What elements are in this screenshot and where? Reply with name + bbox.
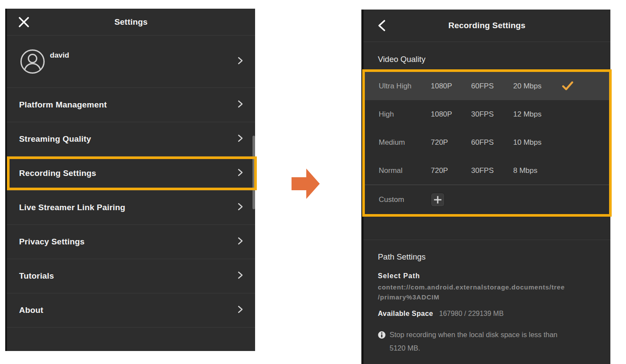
chevron-left-icon bbox=[377, 20, 387, 32]
avatar bbox=[20, 49, 45, 76]
chevron-right-icon bbox=[235, 56, 245, 67]
path-settings-section: Path Settings Select Path content://com.… bbox=[364, 240, 610, 364]
quality-resolution: 720P bbox=[431, 138, 471, 147]
quality-row-ultra-high[interactable]: Ultra High 1080P 60FPS 20 Mbps bbox=[365, 72, 609, 100]
quality-bitrate: 12 Mbps bbox=[513, 110, 562, 119]
available-space-value: 167980 / 229139 MB bbox=[439, 310, 504, 318]
menu-item-label: Privacy Settings bbox=[7, 237, 85, 247]
chevron-right-icon bbox=[235, 168, 245, 179]
recording-settings-panel: Recording Settings Video Quality Ultra H… bbox=[361, 10, 610, 364]
chevron-right-icon bbox=[235, 270, 245, 282]
plus-icon bbox=[433, 195, 442, 205]
settings-panel: Settings david Platform Management bbox=[5, 9, 255, 351]
recording-settings-header: Recording Settings bbox=[364, 10, 610, 42]
available-space-row: Available Space 167980 / 229139 MB bbox=[378, 310, 599, 318]
disk-space-note: Stop recording when the local disk space… bbox=[378, 328, 599, 355]
chevron-right-icon bbox=[235, 305, 245, 316]
back-button[interactable] bbox=[376, 19, 388, 32]
note-line-2: 5120 MB. bbox=[390, 341, 557, 355]
quality-row-normal[interactable]: Normal 720P 30FPS 8 Mbps bbox=[365, 156, 609, 185]
quality-bitrate: 10 Mbps bbox=[513, 138, 562, 147]
note-text: Stop recording when the local disk space… bbox=[390, 328, 557, 355]
menu-item-label: Tutorials bbox=[7, 271, 54, 281]
video-quality-table: Ultra High 1080P 60FPS 20 Mbps High 1080… bbox=[362, 69, 612, 217]
chevron-right-icon bbox=[235, 202, 245, 213]
menu-item-streaming-quality[interactable]: Streaming Quality bbox=[7, 122, 255, 156]
menu-item-label: Live Streamer Link Pairing bbox=[7, 203, 125, 212]
flow-arrow-icon bbox=[292, 168, 320, 199]
available-space-label: Available Space bbox=[378, 310, 433, 318]
menu-item-label: Recording Settings bbox=[7, 169, 96, 178]
chevron-right-icon bbox=[235, 99, 245, 110]
quality-bitrate: 20 Mbps bbox=[513, 82, 562, 91]
menu-item-tutorials[interactable]: Tutorials bbox=[7, 259, 255, 293]
menu-item-label: About bbox=[7, 306, 43, 315]
quality-resolution: 720P bbox=[431, 166, 471, 175]
scrollbar-thumb[interactable] bbox=[252, 136, 255, 209]
menu-item-privacy-settings[interactable]: Privacy Settings bbox=[7, 225, 255, 259]
screenshot-canvas: Settings david Platform Management bbox=[0, 0, 626, 364]
menu-item-live-streamer-link-pairing[interactable]: Live Streamer Link Pairing bbox=[7, 191, 255, 225]
path-settings-label: Path Settings bbox=[378, 252, 599, 262]
close-button[interactable] bbox=[17, 16, 30, 29]
add-custom-quality-button[interactable] bbox=[431, 193, 445, 207]
quality-row-custom: Custom bbox=[365, 185, 609, 214]
quality-name: Ultra High bbox=[379, 82, 431, 91]
note-line-1: Stop recording when the local disk space… bbox=[390, 328, 557, 341]
quality-resolution: 1080P bbox=[431, 110, 471, 119]
menu-item-label: Streaming Quality bbox=[7, 134, 91, 144]
profile-name: david bbox=[50, 51, 69, 60]
quality-row-medium[interactable]: Medium 720P 60FPS 10 Mbps bbox=[365, 128, 609, 156]
quality-bitrate: 8 Mbps bbox=[513, 166, 562, 175]
path-line-1: content://com.android.externalstorage.do… bbox=[378, 282, 599, 292]
menu-item-platform-management[interactable]: Platform Management bbox=[7, 88, 255, 122]
page-title: Settings bbox=[115, 17, 148, 27]
settings-header: Settings bbox=[7, 9, 255, 36]
quality-fps: 30FPS bbox=[471, 166, 513, 175]
chevron-right-icon bbox=[235, 133, 245, 145]
quality-name: Medium bbox=[379, 138, 431, 147]
settings-menu: Platform Management Streaming Quality Re… bbox=[7, 88, 255, 351]
close-icon bbox=[18, 16, 30, 28]
menu-item-about[interactable]: About bbox=[7, 293, 255, 328]
quality-row-high[interactable]: High 1080P 30FPS 12 Mbps bbox=[365, 100, 609, 128]
info-icon bbox=[378, 331, 386, 339]
check-icon bbox=[562, 81, 574, 91]
select-path-button[interactable]: Select Path bbox=[378, 272, 599, 280]
quality-name: Custom bbox=[379, 195, 431, 204]
video-quality-section-label: Video Quality bbox=[378, 55, 426, 64]
path-line-2: /primary%3ADCIM bbox=[378, 292, 599, 302]
quality-name: Normal bbox=[379, 166, 431, 175]
menu-item-recording-settings[interactable]: Recording Settings bbox=[7, 156, 255, 191]
quality-name: High bbox=[379, 110, 431, 119]
page-title: Recording Settings bbox=[449, 21, 526, 30]
person-icon bbox=[20, 49, 45, 74]
chevron-right-icon bbox=[235, 236, 245, 247]
selected-path-value: content://com.android.externalstorage.do… bbox=[378, 282, 599, 302]
quality-fps: 30FPS bbox=[471, 110, 513, 119]
quality-fps: 60FPS bbox=[471, 138, 513, 147]
profile-row[interactable]: david bbox=[7, 36, 255, 88]
quality-fps: 60FPS bbox=[471, 82, 513, 91]
quality-resolution: 1080P bbox=[431, 82, 471, 91]
menu-item-label: Platform Management bbox=[7, 100, 107, 110]
